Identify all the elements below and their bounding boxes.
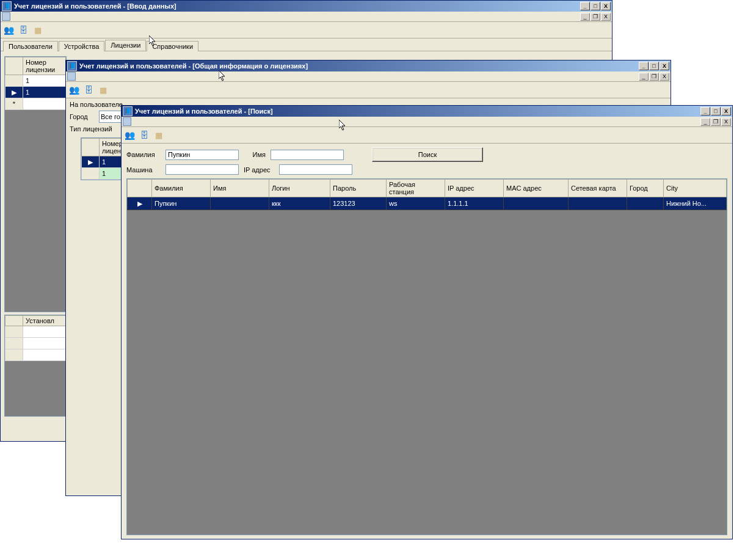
col-header-login[interactable]: Логин	[269, 180, 330, 197]
menubar-w3: _ ❐ X	[122, 117, 732, 127]
titlebar-w3[interactable]: 📘 Учет лицензий и пользователей - [Поиск…	[122, 106, 732, 117]
col-header-marker	[128, 180, 152, 197]
col-header-city[interactable]: City	[664, 180, 727, 197]
mdi-minimize-button[interactable]: _	[700, 118, 710, 126]
app-icon: 📘	[67, 61, 77, 71]
cube-icon[interactable]: ▦	[98, 84, 109, 95]
mdi-minimize-button[interactable]: _	[639, 73, 649, 81]
menubar-w2: _ ❐ X	[66, 71, 671, 82]
row-marker: ▶	[128, 197, 152, 210]
close-button[interactable]: X	[660, 62, 669, 70]
mdi-restore-button[interactable]: ❐	[649, 73, 659, 81]
cell-netcard	[569, 197, 627, 210]
title-w1: Учет лицензий и пользователей - [Ввод да…	[14, 2, 580, 10]
mdi-minimize-button[interactable]: _	[580, 13, 590, 21]
firstname-input[interactable]	[271, 150, 344, 160]
search-button[interactable]: Поиск	[372, 147, 483, 162]
cube-icon[interactable]: ▦	[32, 24, 43, 35]
toolbar-w3: 👥 🗄 ▦	[122, 127, 732, 144]
table-row[interactable]: 1	[5, 75, 66, 87]
tab-licenses[interactable]: Лицензии	[105, 40, 146, 51]
titlebar-w2[interactable]: 📘 Учет лицензий и пользователей - [Общая…	[66, 60, 671, 71]
menubar-w1: _ ❐ X	[1, 12, 612, 22]
minimize-button[interactable]: _	[639, 62, 649, 70]
mdi-icon[interactable]	[2, 12, 10, 21]
user-icon[interactable]: 👥	[68, 84, 79, 95]
database-icon[interactable]: 🗄	[83, 84, 94, 95]
col-header-gorod[interactable]: Город	[627, 180, 664, 197]
titlebar-w1[interactable]: 📘 Учет лицензий и пользователей - [Ввод …	[1, 1, 612, 12]
maximize-button[interactable]: □	[649, 62, 659, 70]
mdi-icon[interactable]	[123, 117, 131, 126]
user-icon[interactable]: 👥	[3, 24, 14, 35]
col-header-mac[interactable]: MAC адрес	[504, 180, 569, 197]
license-grid[interactable]: Номер лицензии 1 ▶1 *	[4, 56, 67, 312]
col-header-ip[interactable]: IP адрес	[445, 180, 504, 197]
table-row[interactable]: ▶1	[5, 87, 66, 98]
installed-grid[interactable]: Установл	[4, 315, 67, 417]
col-header[interactable]: Установл	[23, 316, 66, 326]
cell-password: 123123	[330, 197, 387, 210]
combo-value: Все го	[101, 113, 120, 120]
tab-devices[interactable]: Устройства	[59, 41, 105, 51]
title-w2: Учет лицензий и пользователей - [Общая и…	[79, 62, 639, 70]
database-icon[interactable]: 🗄	[139, 130, 150, 141]
col-header-firstname[interactable]: Имя	[211, 180, 269, 197]
machine-input[interactable]	[165, 164, 239, 175]
cell-login: ккк	[269, 197, 330, 210]
table-row[interactable]	[5, 349, 66, 361]
col-header-netcard[interactable]: Сетевая карта	[569, 180, 627, 197]
mdi-restore-button[interactable]: ❐	[711, 118, 721, 126]
tabstrip: Пользователи Устройства Лицензии Справоч…	[1, 38, 612, 51]
label-city: Город	[70, 113, 95, 120]
label-lictype: Тип лицензий	[70, 125, 112, 133]
mdi-restore-button[interactable]: ❐	[591, 13, 600, 21]
mdi-close-button[interactable]: X	[721, 118, 731, 126]
database-icon[interactable]: 🗄	[18, 24, 29, 35]
close-button[interactable]: X	[721, 107, 731, 115]
table-row-new[interactable]: *	[5, 98, 66, 110]
cell-gorod	[627, 197, 664, 210]
cell-lastname: Пупкин	[152, 197, 211, 210]
w3-body: Фамилия Имя Поиск Машина IP адрес	[122, 144, 732, 539]
col-header-workstation[interactable]: Рабочая станция	[387, 180, 445, 197]
app-icon: 📘	[123, 106, 133, 116]
cube-icon[interactable]: ▦	[153, 130, 164, 141]
minimize-button[interactable]: _	[580, 2, 590, 10]
cell-workstation: ws	[387, 197, 445, 210]
label-machine: Машина	[126, 166, 161, 174]
cell-city: Нижний Но...	[664, 197, 727, 210]
toolbar-w1: 👥 🗄 ▦	[1, 22, 612, 38]
result-grid[interactable]: Фамилия Имя Логин Пароль Рабочая станция…	[126, 178, 727, 535]
table-row[interactable]	[5, 338, 66, 349]
table-row[interactable]: ▶ Пупкин ккк 123123 ws 1.1.1.1 Нижний Но…	[128, 197, 727, 210]
table-row[interactable]	[5, 326, 66, 338]
cell-firstname	[211, 197, 269, 210]
cell-ip: 1.1.1.1	[445, 197, 504, 210]
title-w3: Учет лицензий и пользователей - [Поиск]	[135, 108, 700, 115]
tab-dicts[interactable]: Справочники	[147, 41, 198, 51]
close-button[interactable]: X	[601, 2, 611, 10]
label-firstname: Имя	[244, 151, 266, 158]
mdi-close-button[interactable]: X	[660, 73, 669, 81]
label-users: На пользователе	[70, 101, 123, 108]
app-icon: 📘	[2, 1, 12, 11]
mdi-icon[interactable]	[67, 72, 76, 81]
label-lastname: Фамилия	[126, 151, 161, 158]
cell-mac	[504, 197, 569, 210]
maximize-button[interactable]: □	[591, 2, 600, 10]
window-search: 📘 Учет лицензий и пользователей - [Поиск…	[121, 105, 733, 539]
mdi-close-button[interactable]: X	[601, 13, 611, 21]
ip-input[interactable]	[279, 164, 352, 175]
tab-users[interactable]: Пользователи	[3, 41, 58, 51]
maximize-button[interactable]: □	[711, 107, 721, 115]
col-header-lastname[interactable]: Фамилия	[152, 180, 211, 197]
search-form: Фамилия Имя Поиск Машина IP адрес	[126, 147, 727, 175]
lastname-input[interactable]	[165, 150, 239, 160]
user-icon[interactable]: 👥	[124, 130, 135, 141]
minimize-button[interactable]: _	[700, 107, 710, 115]
header-row: Фамилия Имя Логин Пароль Рабочая станция…	[128, 180, 727, 197]
col-header[interactable]: Номер лицензии	[23, 57, 66, 75]
label-ip: IP адрес	[244, 166, 274, 174]
col-header-password[interactable]: Пароль	[330, 180, 387, 197]
